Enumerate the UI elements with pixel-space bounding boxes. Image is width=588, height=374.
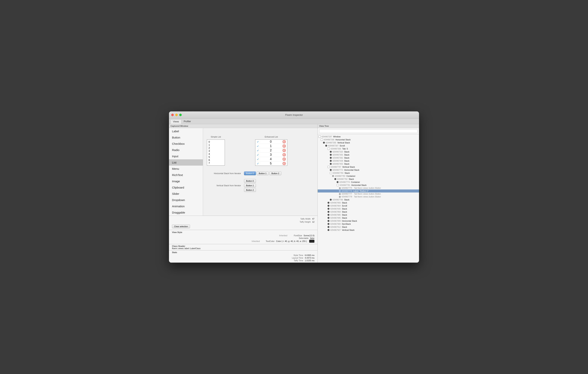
tree-dot-2 [323, 142, 325, 144]
remove-btn-4[interactable]: ✕ [283, 158, 286, 161]
v-btn-1[interactable]: Button 1 [244, 184, 256, 187]
tree-checkbox-16[interactable] [337, 184, 339, 186]
h-btn-1[interactable]: Button 1 [257, 171, 269, 175]
h-btn-2[interactable]: Button 2 [269, 171, 281, 175]
clear-selection-button[interactable]: Clear selection [172, 224, 190, 228]
vs-row-2: Inherited TextColor Color { r: 40, g: 40… [172, 239, 315, 243]
v-btn-0[interactable]: Button 0 [244, 179, 256, 183]
tree-dot-26 [327, 214, 329, 216]
stats-header: Stats [172, 251, 315, 254]
tree-dot-28 [327, 220, 329, 222]
remove-btn-5[interactable]: ✕ [283, 162, 286, 165]
tree-node-23[interactable]: 4294967804 Scroll [318, 204, 419, 207]
tree-node-27[interactable]: 4294967895 Stack [318, 216, 419, 219]
tab-views[interactable]: Views [170, 119, 181, 124]
sidebar-item-list[interactable]: List [169, 159, 203, 166]
tree-id-19: 4294967777 [342, 193, 352, 195]
tree-name-12: Stack [345, 172, 350, 174]
tree-checkbox-4[interactable] [327, 148, 330, 150]
tree-node-19[interactable]: 4294967777 Tab floem::views::button::But… [318, 192, 419, 195]
tab-profiler[interactable]: Profiler [181, 119, 193, 124]
tree-node-25[interactable]: 4294967858 Stack [318, 210, 419, 213]
list-item: 3 [208, 150, 224, 152]
tree-checkbox-12[interactable] [330, 172, 332, 174]
taffy-height-row: Taffy Height 12 [172, 220, 315, 223]
remove-btn-0[interactable]: ✕ [283, 140, 286, 143]
close-button[interactable] [171, 114, 174, 116]
tree-node-21[interactable]: 4294967796 Stack [318, 198, 419, 201]
tree-node-12[interactable]: 4294967784 Stack [318, 171, 419, 174]
v-btn-2[interactable]: Button 2 [244, 188, 256, 192]
tree-node-28[interactable]: 4294967899 Horizontal Stack [318, 219, 419, 223]
tree-area: 4294967297 Window 4294967308 Horizontal … [318, 134, 419, 263]
tree-node-1[interactable]: 4294967308 Horizontal Stack [318, 138, 419, 141]
class-value: floem::views::label::LabelClass [172, 247, 315, 249]
tree-node-14[interactable]: 4294967782 Stack [318, 178, 419, 181]
simple-list-box[interactable]: 0 1 2 3 4 5 6 7 [207, 139, 225, 166]
sidebar-item-draggable[interactable]: Draggable [169, 209, 203, 216]
tree-node-8[interactable]: 4294967439 Stack [318, 159, 419, 162]
tree-node-3[interactable]: 4294967307 Scroll [318, 144, 419, 147]
tree-node-22[interactable]: 4294967800 Stack [318, 201, 419, 204]
enhanced-list-box[interactable]: ✓ 0 ✕ ✓ 1 ✕ ✓ [255, 139, 287, 166]
maximize-button[interactable] [179, 114, 182, 116]
tree-checkbox-1[interactable] [321, 139, 323, 141]
sidebar-item-label[interactable]: Label [169, 128, 203, 134]
tree-node-11[interactable]: 4294967772 Horizontal Stack [318, 168, 419, 171]
list-item: 2 [208, 147, 224, 150]
tree-node-29[interactable]: 4294967900 DynStack [318, 223, 419, 225]
tree-node-13[interactable]: 4294967783 Container [318, 174, 419, 178]
sidebar-item-menu[interactable]: Menu [169, 166, 203, 172]
sidebar-item-image[interactable]: Image [169, 178, 203, 184]
tree-search-input[interactable] [319, 129, 418, 133]
tree-extra-17: Tab floem::views::button::Button [354, 187, 381, 189]
tree-node-15[interactable]: 4294967774 Container [318, 181, 419, 184]
tree-node-6[interactable]: 4294967355 Stack [318, 153, 419, 156]
tree-node-2[interactable]: 4294967305 Vertical Stack [318, 141, 419, 144]
sidebar-item-dropdown[interactable]: Dropdown [169, 197, 203, 203]
tree-node-30[interactable]: 4294967912 Stack [318, 225, 419, 228]
tree-node-0[interactable]: 4294967297 Window [318, 135, 419, 138]
sidebar-item-checkbox[interactable]: Checkbox [169, 140, 203, 147]
sidebar-item-slider[interactable]: Slider [169, 191, 203, 197]
tree-dot-20 [339, 196, 341, 198]
stat-row-2: Taffy Time 1.0155 ms [172, 259, 315, 262]
remove-btn-3[interactable]: ✕ [283, 153, 286, 156]
tree-node-26[interactable]: 4294967885 Stack [318, 213, 419, 216]
sidebar-item-richtext[interactable]: RichText [169, 172, 203, 178]
tree-id-11: 4294967772 [332, 169, 343, 171]
tree-node-24[interactable]: 4294967835 Stack [318, 207, 419, 210]
tree-node-4[interactable]: 4294967306 Tab: 5 [318, 147, 419, 150]
tree-node-31[interactable]: 4294967927 Vertical Stack [318, 228, 419, 232]
enhanced-row-4: ✓ 4 ✕ [255, 157, 287, 161]
sidebar-list: Label Button Checkbox Radio Input List M… [169, 128, 203, 216]
sidebar-item-animation[interactable]: Animation [169, 203, 203, 209]
sidebar-item-clipboard[interactable]: Clipboard [169, 184, 203, 191]
sidebar-item-input[interactable]: Input [169, 153, 203, 159]
tree-node-9[interactable]: 4294967455 Stack [318, 162, 419, 165]
tree-id-9: 4294967455 [332, 163, 343, 165]
tree-id-27: 4294967895 [330, 217, 341, 219]
tree-node-17[interactable]: 4294967775 Tab floem::views::button::But… [318, 187, 419, 190]
tree-node-5[interactable]: 4294967320 Stack [318, 150, 419, 153]
tree-checkbox-10[interactable] [327, 166, 330, 168]
tree-checkbox-0[interactable] [318, 136, 321, 138]
tree-id-13: 4294967783 [335, 175, 345, 177]
sidebar-item-button[interactable]: Button [169, 134, 203, 140]
enhanced-row-0: ✓ 0 ✕ [255, 140, 287, 144]
enhanced-row-1: ✓ 1 ✕ [255, 144, 287, 148]
tree-node-16[interactable]: 4294967781 Horizontal Stack [318, 184, 419, 187]
view-tree-header: View Tree [318, 124, 419, 128]
tree-dot-13 [332, 175, 334, 177]
tree-node-20[interactable]: 4294967779 Tab floem::views::button::But… [318, 195, 419, 198]
tree-node-10[interactable]: 4294967797 Vertical Stack [318, 165, 419, 168]
minimize-button[interactable] [175, 114, 178, 116]
remove-btn-2[interactable]: ✕ [283, 149, 286, 152]
tree-name-18: Label: "Button 0" [353, 190, 369, 192]
tree-node-18[interactable]: 4294967776 Label: "Button 0" [318, 190, 419, 192]
h-btn-0[interactable]: Button 0 [244, 171, 256, 175]
sidebar-item-radio[interactable]: Radio [169, 147, 203, 153]
remove-btn-1[interactable]: ✕ [283, 145, 286, 148]
enhanced-item-5: 5 [270, 162, 272, 165]
tree-node-7[interactable]: 4294967382 Stack [318, 156, 419, 159]
